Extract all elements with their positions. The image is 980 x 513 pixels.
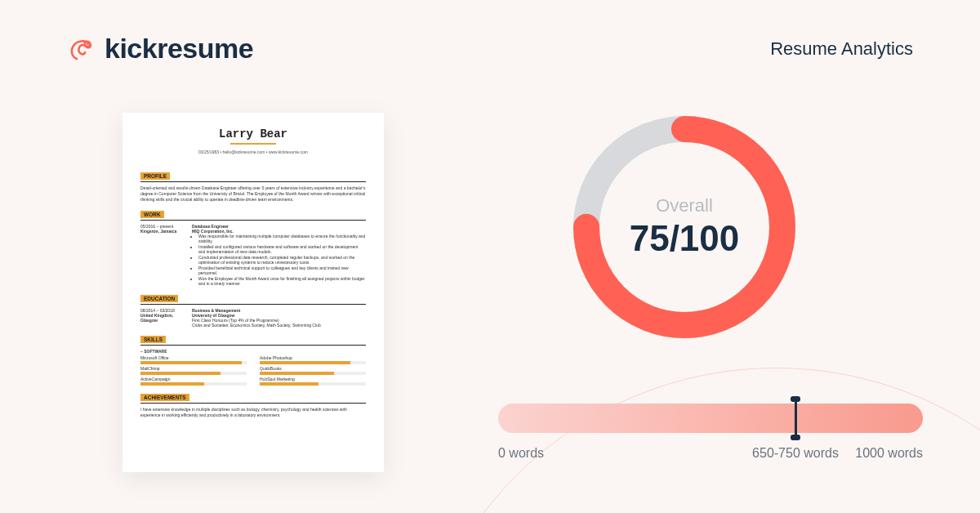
profile-text: Detail-oriented and results-driven Datab… [140,185,366,203]
profile-label: PROFILE [140,172,170,180]
slider-min-label: 0 words [498,446,544,461]
edu-line: Clubs and Societies: Economics Society, … [192,323,366,328]
edu-location: United Kingdom, Glasgow [140,313,185,323]
page-title: Resume Analytics [770,38,913,60]
skill-bar-fill [140,361,242,364]
skill-row: HubSpot Marketing [260,377,366,386]
work-dates: 05/2016 – present Kingston, Jamaica [140,224,185,287]
chameleon-icon [67,34,96,64]
skill-bar-fill [260,372,334,375]
svg-point-1 [87,43,88,45]
divider [140,304,366,305]
achievements-label: ACHIEVEMENTS [140,394,189,401]
divider [140,345,366,346]
divider [140,220,366,221]
skill-bar [140,372,247,375]
work-bullet: Provided beneficial technical support to… [198,265,366,275]
work-bullet: Installed and configured various hardwar… [198,244,366,254]
work-bullets: Was responsible for maintaining multiple… [192,234,366,286]
skill-name: Microsoft Office [140,355,247,360]
work-label: WORK [140,211,164,218]
edu-lines: First Class Honours (Top 4% of the Progr… [192,318,366,328]
edu-body: Business & Management University of Glas… [192,308,366,328]
skill-bar [260,382,366,386]
skill-bar [140,382,247,386]
resume-preview: Larry Bear 03/25/1983 • hello@kickresume… [122,113,384,472]
resume-name: Larry Bear [140,127,366,141]
work-location: Kingston, Jamaica [140,229,185,234]
skill-bar [260,361,366,364]
slider-marker[interactable] [795,399,797,438]
skill-row: MailChimp [140,366,247,375]
edu-dates: 08/2014 – 03/2018 United Kingdom, Glasgo… [140,308,185,328]
score-gauge: Overall 75/100 [562,105,807,350]
skills-subhead: – SOFTWARE [140,349,366,354]
skill-bar [260,372,366,375]
skill-name: Adobe Photoshop [260,355,366,360]
achievements-text: I have extensive knowledge in multiple d… [140,407,366,418]
skills-grid: Microsoft OfficeAdobe PhotoshopMailChimp… [140,355,366,386]
work-bullet: Was responsible for maintaining multiple… [198,234,366,243]
skill-bar-fill [260,361,350,364]
brand-logo: kickresume [67,33,253,65]
skill-name: MailChimp [140,366,247,371]
education-label: EDUCATION [140,295,178,302]
brand-name: kickresume [105,33,253,65]
gauge-score: 75/100 [630,218,740,259]
skill-name: ActiveCampaign [140,377,247,381]
skill-row: ActiveCampaign [140,377,247,386]
skill-row: Microsoft Office [140,355,247,364]
slider-labels: 0 words 1000 words [498,446,923,461]
gauge-center: Overall 75/100 [562,105,807,350]
work-bullet: Won the Employee of the Month Award once… [198,276,366,286]
skill-name: HubSpot Marketing [260,377,366,381]
slider-mid-label: 650-750 words [752,446,839,461]
resume-contact: 03/25/1983 • hello@kickresume.com • www.… [140,149,366,154]
name-underline [230,143,276,145]
skill-bar-fill [140,372,220,375]
skill-row: Adobe Photoshop [260,355,366,364]
work-body: Database Engineer MIQ Corporation, Inc. … [192,224,366,287]
skill-bar-fill [140,382,204,386]
skill-row: QuickBooks [260,366,366,375]
word-count-slider: 0 words 1000 words 650-750 words [498,404,923,461]
slider-max-label: 1000 words [855,446,923,461]
work-bullet: Conducted professional data research, co… [198,255,366,265]
skill-bar [140,361,247,364]
divider [140,403,366,404]
skills-label: SKILLS [140,336,166,343]
skill-bar-fill [260,382,318,386]
skill-name: QuickBooks [260,366,366,371]
divider [140,181,366,182]
header: kickresume Resume Analytics [67,33,913,65]
slider-track[interactable] [498,404,923,433]
gauge-label: Overall [656,195,713,216]
